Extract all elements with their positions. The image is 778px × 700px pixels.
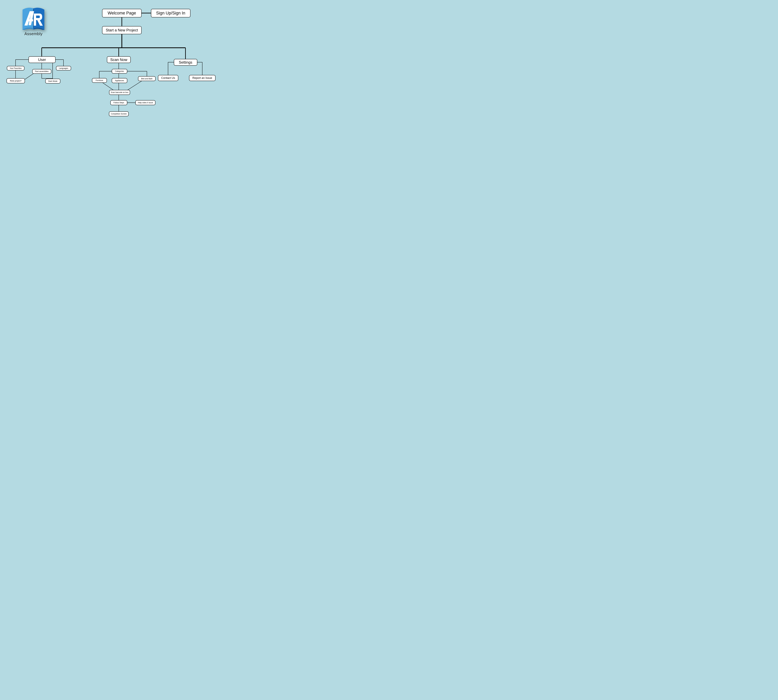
svg-line-29 — [103, 83, 114, 90]
node-label: Report an Issue — [192, 77, 212, 80]
svg-line-31 — [127, 81, 142, 90]
node-contact-us: Contact Us — [158, 75, 178, 81]
node-scan-barcode: Scan barcode on box — [109, 90, 130, 95]
node-label: Scan Now — [110, 58, 127, 62]
node-label: User — [38, 58, 46, 62]
node-label: Past assemblies — [35, 70, 48, 72]
node-user: User — [28, 56, 55, 63]
node-label: Help video if stuck — [138, 102, 153, 104]
node-label: Follow Steps — [114, 102, 124, 104]
node-scan-now: Scan Now — [107, 56, 131, 63]
node-past-assemblies: Past assemblies — [32, 69, 51, 74]
node-follow-steps: Follow Steps — [110, 100, 127, 105]
node-label: Dark Mode — [48, 80, 57, 82]
node-label: Appliances — [115, 80, 124, 82]
svg-line-18 — [25, 73, 33, 79]
node-bed-and-bath: Bed and Bath — [138, 76, 155, 81]
node-redo-project: Redo project? — [7, 78, 25, 83]
node-label: Redo project? — [10, 80, 22, 82]
node-help-video: Help video if stuck — [135, 100, 155, 105]
node-settings: Settings — [174, 59, 197, 66]
node-label: Sign Up/Sign In — [156, 11, 185, 15]
node-furniture: Furniture — [92, 78, 107, 83]
node-label: Welcome Page — [108, 11, 136, 15]
node-categories: Categories — [112, 69, 127, 73]
sitemap-diagram: Assembly — [0, 0, 234, 131]
node-dark-mode: Dark Mode — [45, 79, 60, 83]
node-start-new-project: Start a New Project — [102, 26, 142, 34]
brand-name: Assembly — [18, 32, 49, 36]
node-label: Start a New Project — [106, 28, 138, 32]
node-label: Furniture — [96, 79, 103, 82]
node-label: Completion Screen — [111, 113, 127, 115]
node-label: Your Favorites — [10, 67, 22, 69]
node-signup-signin: Sign Up/Sign In — [151, 9, 190, 17]
book-ar-icon — [20, 5, 47, 30]
node-label: Settings — [179, 60, 192, 65]
node-label: Scan barcode on box — [111, 91, 129, 93]
brand-logo: Assembly — [18, 5, 49, 36]
node-label: Contact Us — [161, 77, 175, 80]
node-label: Languages — [59, 67, 68, 69]
node-your-favorites: Your Favorites — [7, 66, 24, 70]
svg-rect-2 — [27, 19, 33, 21]
node-label: Categories — [115, 70, 124, 72]
node-languages: Languages — [56, 66, 71, 70]
node-label: Bed and Bath — [141, 78, 152, 80]
node-appliances: Appliances — [112, 78, 127, 83]
node-welcome-page: Welcome Page — [102, 9, 142, 17]
node-completion-screen: Completion Screen — [109, 112, 129, 117]
node-report-an-issue: Report an Issue — [189, 75, 215, 81]
